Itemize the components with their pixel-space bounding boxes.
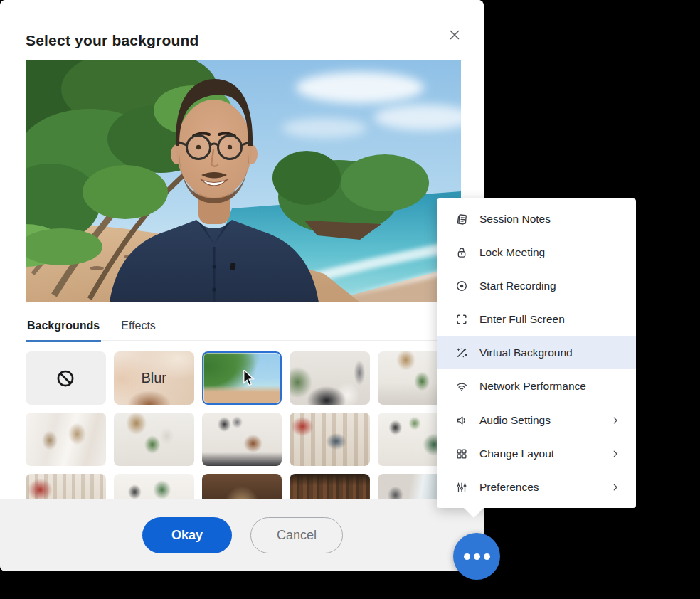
background-gallery-sofa[interactable]	[202, 413, 282, 466]
menu-item-start-recording[interactable]: Start Recording	[437, 269, 636, 302]
menu-item-audio-settings[interactable]: Audio Settings	[437, 403, 636, 437]
background-shelf-books[interactable]	[26, 474, 106, 499]
record-icon	[455, 280, 468, 292]
menu-item-network-performance[interactable]: Network Performance	[437, 369, 636, 403]
beach-preview-scene	[26, 60, 461, 302]
chevron-right-icon	[610, 482, 620, 492]
select-background-dialog: Select your background	[0, 0, 484, 571]
background-blur[interactable]: Blur	[114, 351, 194, 405]
lock-icon	[455, 246, 468, 259]
background-library[interactable]	[290, 474, 370, 499]
mouse-cursor-icon	[242, 370, 256, 390]
background-none[interactable]	[26, 351, 106, 405]
okay-button[interactable]: Okay	[142, 517, 232, 553]
meeting-options-menu: Session NotesLock MeetingStart Recording…	[437, 198, 636, 508]
stage: Select your background	[0, 0, 700, 599]
menu-item-preferences[interactable]: Preferences	[437, 470, 636, 504]
background-ornate-hall[interactable]	[202, 474, 282, 499]
ellipsis-dot	[484, 553, 490, 560]
dialog-title: Select your background	[26, 32, 199, 49]
more-options-button[interactable]	[453, 533, 500, 580]
menu-item-label: Change Layout	[479, 447, 610, 460]
menu-item-label: Session Notes	[479, 213, 620, 226]
no-background-icon	[26, 351, 106, 405]
chevron-right-icon	[610, 415, 620, 425]
speaker-icon	[455, 414, 468, 427]
wifi-icon	[455, 380, 468, 393]
background-bright-hall[interactable]	[26, 413, 106, 466]
background-clock-shelf[interactable]	[114, 413, 194, 466]
dialog-content: Select your background	[0, 0, 484, 499]
background-beach[interactable]	[202, 351, 282, 405]
wand-icon	[455, 346, 468, 359]
menu-item-label: Lock Meeting	[479, 246, 620, 259]
dialog-footer: Okay Cancel	[0, 499, 484, 571]
tab-effects[interactable]: Effects	[120, 314, 157, 340]
background-desk-lamp[interactable]	[290, 351, 370, 405]
fullscreen-icon	[455, 313, 468, 326]
background-bookshelf[interactable]	[290, 413, 370, 466]
layout-icon	[455, 447, 468, 460]
close-icon[interactable]	[445, 26, 464, 44]
chevron-right-icon	[610, 449, 620, 459]
menu-item-label: Preferences	[479, 481, 610, 494]
camera-preview	[26, 60, 461, 302]
ellipsis-dot	[474, 553, 480, 560]
blur-label: Blur	[114, 351, 194, 405]
menu-item-session-notes[interactable]: Session Notes	[437, 202, 636, 235]
menu-item-label: Start Recording	[479, 280, 620, 292]
menu-item-virtual-background[interactable]: Virtual Background	[437, 336, 636, 369]
background-tabs: Backgrounds Effects	[26, 314, 458, 341]
menu-item-label: Enter Full Screen	[479, 313, 620, 326]
menu-item-enter-full-screen[interactable]: Enter Full Screen	[437, 302, 636, 336]
tab-backgrounds[interactable]: Backgrounds	[26, 314, 101, 342]
menu-item-label: Network Performance	[479, 380, 620, 393]
menu-item-change-layout[interactable]: Change Layout	[437, 437, 636, 470]
background-frames-wall[interactable]	[114, 474, 194, 499]
menu-item-label: Audio Settings	[479, 414, 610, 427]
sliders-icon	[455, 481, 468, 494]
menu-item-label: Virtual Background	[479, 346, 620, 359]
menu-item-lock-meeting[interactable]: Lock Meeting	[437, 235, 636, 269]
cancel-button[interactable]: Cancel	[250, 517, 343, 553]
notes-icon	[455, 213, 468, 226]
background-grid: Blur	[26, 351, 458, 499]
ellipsis-dot	[464, 553, 470, 560]
